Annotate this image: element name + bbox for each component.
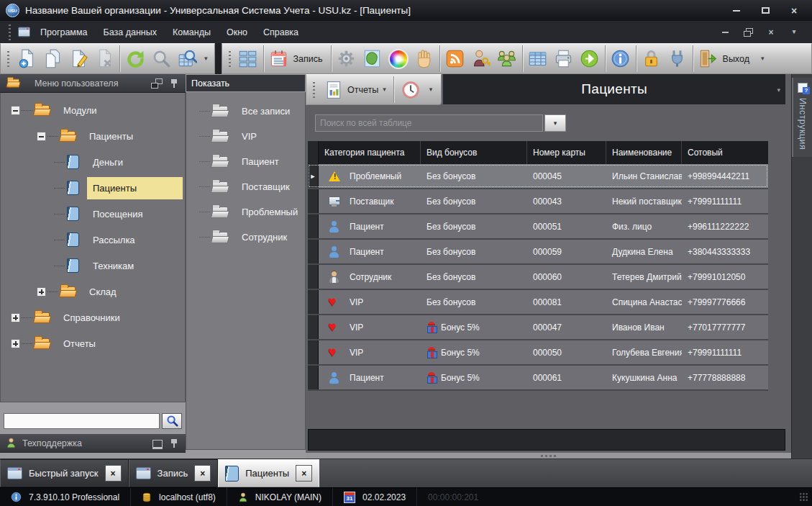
tree-item[interactable]: Деньги <box>1 149 185 175</box>
toolbar-grip[interactable] <box>7 51 9 67</box>
menu-item[interactable]: Справка <box>256 24 306 41</box>
support-minimize-button[interactable] <box>151 438 163 448</box>
tree-item[interactable]: Склад <box>1 279 185 304</box>
column-header-name[interactable]: Наименование <box>606 141 682 164</box>
tree-item[interactable]: Техникам <box>1 253 185 279</box>
tab-close-button[interactable]: × <box>105 465 122 482</box>
search-dropdown[interactable]: ▾ <box>204 55 208 62</box>
table-row[interactable]: Пациент Без бонусов 000051 Физ. лицо +99… <box>308 214 768 238</box>
tree-item[interactable]: Пациенты <box>1 123 185 149</box>
table-row[interactable]: VIP Бонус 5% 000047 Иванов Иван +7701777… <box>308 315 768 339</box>
menu-item[interactable]: Окно <box>219 24 255 41</box>
row-selector-cell[interactable] <box>308 366 319 389</box>
sidebar-search-button[interactable] <box>162 413 182 429</box>
sidebar-search-input[interactable] <box>4 413 160 429</box>
time-button[interactable] <box>396 76 425 103</box>
column-header-phone[interactable]: Сотовый <box>682 141 768 164</box>
menubar-dropdown[interactable]: ▾ <box>786 27 802 38</box>
menubar-grip[interactable] <box>9 24 11 40</box>
reports-button[interactable]: Отчеты ▾ <box>319 76 391 103</box>
table-row[interactable]: Поставщик Без бонусов 000043 Некий поста… <box>308 189 768 213</box>
filter-item[interactable]: Проблемный <box>186 199 305 225</box>
record-button[interactable] <box>266 45 292 72</box>
tree-item[interactable]: Справочники <box>1 304 185 330</box>
go-next-button[interactable] <box>577 45 603 72</box>
horizontal-splitter[interactable] <box>306 453 791 458</box>
tab-close-button[interactable]: × <box>296 465 312 482</box>
table-search-input[interactable] <box>315 114 543 132</box>
table-row[interactable]: Проблемный Без бонусов 000045 Ильин Стан… <box>308 164 768 188</box>
search-scope-combo[interactable]: ▾ <box>544 114 566 132</box>
plus-icon[interactable] <box>11 339 20 348</box>
table-view-button[interactable] <box>525 45 551 72</box>
hand-tool-button[interactable] <box>411 45 437 72</box>
table-row[interactable]: VIP Бонус 5% 000050 Голубева Евгения +79… <box>308 340 768 364</box>
tree-item[interactable]: Отчеты <box>1 330 185 356</box>
document-tab[interactable]: Запись × <box>129 459 219 487</box>
table-row[interactable]: Пациент Бонус 5% 000061 Кукушкина Анна +… <box>308 366 768 389</box>
table-row[interactable]: Пациент Без бонусов 000059 Дудкина Елена… <box>308 240 768 263</box>
plus-icon[interactable] <box>37 287 46 297</box>
exit-dropdown[interactable]: ▾ <box>761 55 765 62</box>
menu-item[interactable]: Программа <box>33 24 95 41</box>
mdi-restore-button[interactable] <box>740 27 756 38</box>
support-pin-button[interactable] <box>168 438 180 448</box>
row-selector-cell[interactable] <box>308 240 319 263</box>
filter-item[interactable]: VIP <box>186 124 305 149</box>
table-row[interactable]: Сотрудник Без бонусов 000060 Тетерев Дми… <box>308 265 768 289</box>
mdi-close-button[interactable]: × <box>763 27 779 38</box>
edit-record-button[interactable] <box>65 45 91 72</box>
menu-item[interactable]: Команды <box>165 24 218 41</box>
plus-icon[interactable] <box>11 313 20 322</box>
close-button[interactable]: × <box>785 4 803 17</box>
search-table-button[interactable] <box>174 45 200 72</box>
tab-close-button[interactable]: × <box>194 465 211 482</box>
row-selector-cell[interactable] <box>308 189 319 213</box>
exit-button[interactable] <box>695 45 721 72</box>
connection-button[interactable] <box>665 45 690 72</box>
document-tab[interactable]: Быстрый запуск × <box>0 459 129 487</box>
column-header-category[interactable]: Категория пациента <box>319 141 421 164</box>
colors-button[interactable] <box>386 45 411 72</box>
user-permissions-button[interactable] <box>468 45 494 72</box>
table-row[interactable]: VIP Без бонусов 000081 Спицина Анастасия… <box>308 290 768 314</box>
rss-feed-button[interactable] <box>442 45 468 72</box>
minus-icon[interactable] <box>37 132 46 141</box>
add-record-button[interactable] <box>14 45 40 72</box>
refresh-button[interactable] <box>122 45 148 72</box>
support-header[interactable]: Техподдержка <box>0 434 186 453</box>
panel-pin-button[interactable] <box>168 78 180 89</box>
copy-record-button[interactable] <box>40 45 65 72</box>
mdi-minimize-button[interactable] <box>717 27 733 38</box>
menu-item[interactable]: База данных <box>96 24 164 41</box>
filter-item[interactable]: Сотрудник <box>186 225 305 250</box>
settings-button[interactable] <box>334 45 360 72</box>
column-header-bonus[interactable]: Вид бонусов <box>421 141 527 164</box>
row-selector-cell[interactable] <box>308 265 319 289</box>
info-button[interactable] <box>608 45 634 72</box>
view-title-dropdown[interactable]: ▾ <box>777 87 780 94</box>
lock-button[interactable] <box>639 45 665 72</box>
grid-view-button[interactable] <box>235 45 261 72</box>
minimize-button[interactable] <box>727 4 746 17</box>
maximize-button[interactable] <box>756 4 775 17</box>
search-button[interactable] <box>148 45 174 72</box>
row-selector-cell[interactable] <box>308 290 319 314</box>
instruction-tab[interactable]: Инструкция <box>792 78 812 157</box>
filter-item[interactable]: Все записи <box>186 99 305 124</box>
print-button[interactable] <box>551 45 577 72</box>
reports-grip[interactable] <box>313 82 315 98</box>
tree-item[interactable]: Посещения <box>1 201 185 227</box>
toolbar-grip-2[interactable] <box>229 51 231 67</box>
tree-item[interactable]: Рассылка <box>1 227 185 253</box>
panel-restore-button[interactable] <box>151 78 163 89</box>
minus-icon[interactable] <box>11 106 20 115</box>
delete-record-button[interactable] <box>91 45 117 72</box>
column-header-card[interactable]: Номер карты <box>527 141 606 164</box>
document-tab[interactable]: Пациенты × <box>218 459 319 487</box>
map-button[interactable] <box>360 45 386 72</box>
tree-item[interactable]: Модули <box>1 97 185 123</box>
row-selector-cell[interactable] <box>308 164 319 188</box>
users-group-button[interactable] <box>494 45 520 72</box>
filter-item[interactable]: Пациент <box>186 149 305 174</box>
